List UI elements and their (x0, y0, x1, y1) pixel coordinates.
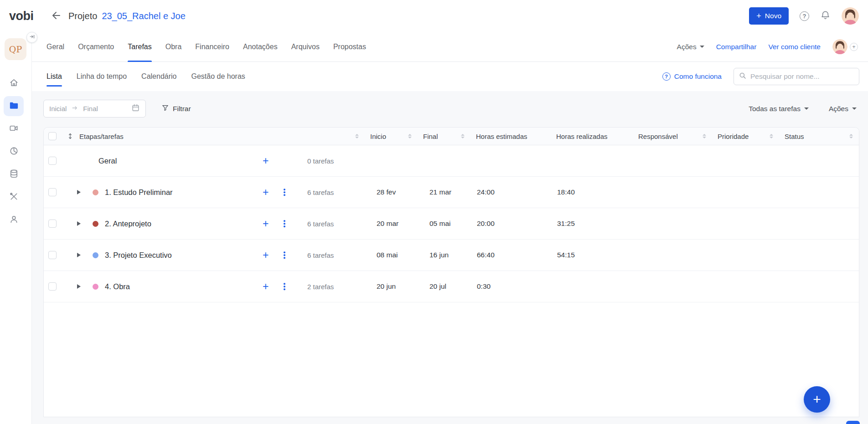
project-logo[interactable]: QP (5, 38, 26, 60)
coins-icon (9, 169, 19, 181)
notifications-button[interactable] (820, 10, 831, 22)
add-task-button[interactable]: + (263, 219, 269, 229)
arrow-right-icon (71, 104, 78, 113)
tab-arquivos[interactable]: Arquivos (291, 32, 320, 61)
how-it-works-link[interactable]: ? Como funciona (662, 72, 722, 81)
search-input[interactable] (750, 72, 854, 81)
header-prioridade: Prioridade (712, 128, 779, 145)
task-count: 6 tarefas (307, 251, 334, 259)
table-row-stage: 4. Obra + 2 tarefas 20 jun 20 jul 0:30 (44, 271, 859, 302)
stage-name[interactable]: 4. Obra (105, 282, 130, 291)
tab-geral[interactable]: Geral (46, 32, 64, 61)
back-button[interactable] (51, 10, 62, 22)
select-checkbox[interactable] (48, 157, 57, 165)
tasks-scope-dropdown[interactable]: Todas as tarefas (749, 105, 809, 113)
chevron-down-icon (804, 107, 809, 110)
sidebar-item-finance[interactable] (4, 164, 24, 184)
expand-arrow-icon (29, 34, 35, 41)
tab-orcamento[interactable]: Orçamento (78, 32, 114, 61)
sidebar-item-reports[interactable] (4, 142, 24, 162)
page-title: Projeto (68, 11, 97, 21)
select-all-checkbox[interactable] (48, 132, 57, 140)
app-root: vobi Projeto 23_05_Rachel e Joe + Novo ? (0, 0, 868, 424)
sort-icon[interactable] (461, 134, 465, 138)
date-range-picker[interactable]: Inicial Final (43, 100, 146, 117)
sort-icon[interactable] (770, 134, 773, 138)
responsavel-value (633, 208, 712, 239)
fab-add-button[interactable]: + (804, 386, 830, 413)
acoes-dropdown[interactable]: Ações (677, 43, 704, 51)
sidebar-item-media[interactable] (4, 119, 24, 139)
expand-row-icon[interactable] (77, 253, 81, 257)
subtab-calendario[interactable]: Calendário (141, 62, 176, 91)
project-name-link[interactable]: 23_05_Rachel e Joe (102, 11, 185, 21)
sidebar-item-tools[interactable] (4, 187, 24, 207)
add-task-button[interactable]: + (263, 250, 269, 261)
responsavel-value (633, 271, 712, 302)
row-menu-icon[interactable] (282, 219, 287, 229)
sidebar-item-contacts[interactable] (4, 210, 24, 230)
tab-obra[interactable]: Obra (165, 32, 182, 61)
sidebar-expand-button[interactable] (26, 32, 37, 43)
row-menu-icon[interactable] (282, 250, 287, 260)
expand-row-icon[interactable] (77, 221, 81, 226)
filter-button[interactable]: Filtrar (161, 104, 191, 113)
help-button[interactable]: ? (800, 11, 809, 21)
subtab-gestao-de-horas[interactable]: Gestão de horas (191, 62, 245, 91)
final-value: 21 mar (418, 177, 470, 208)
tab-financeiro[interactable]: Financeiro (195, 32, 229, 61)
stage-color-dot (93, 189, 98, 195)
prioridade-value (712, 271, 779, 302)
inicio-value: 20 mar (365, 208, 418, 239)
select-checkbox[interactable] (48, 220, 57, 228)
add-task-button[interactable]: + (263, 187, 269, 198)
project-tabs-bar: Geral Orçamento Tarefas Obra Financeiro … (32, 32, 868, 62)
pie-chart-icon (9, 146, 19, 158)
task-count: 6 tarefas (307, 220, 334, 228)
final-value: 16 jun (418, 240, 470, 271)
horas-realizadas-value: 18:40 (551, 177, 633, 208)
tab-anotacoes[interactable]: Anotações (243, 32, 278, 61)
sidebar-item-projects[interactable] (4, 96, 24, 116)
view-as-client-link[interactable]: Ver como cliente (768, 43, 821, 51)
header-horas-estimadas: Horas estimadas (470, 128, 551, 145)
stage-name[interactable]: 2. Anteprojeto (105, 220, 151, 228)
member-avatar[interactable] (832, 39, 847, 54)
move-vertical-icon[interactable] (67, 133, 74, 140)
expand-row-icon[interactable] (77, 284, 81, 289)
task-views-bar: Lista Linha do tempo Calendário Gestão d… (32, 62, 868, 91)
user-avatar[interactable] (842, 7, 859, 25)
select-checkbox[interactable] (48, 251, 57, 259)
expand-row-icon[interactable] (77, 190, 81, 194)
home-icon (9, 77, 19, 90)
tab-propostas[interactable]: Propostas (333, 32, 366, 61)
subtab-linha-do-tempo[interactable]: Linha do tempo (77, 62, 127, 91)
project-tabs: Geral Orçamento Tarefas Obra Financeiro … (46, 32, 366, 61)
tasks-scope-label: Todas as tarefas (749, 105, 801, 113)
add-task-button[interactable]: + (263, 156, 269, 166)
share-link[interactable]: Compartilhar (716, 43, 757, 51)
corner-widget[interactable] (846, 421, 860, 424)
subtab-lista[interactable]: Lista (46, 62, 62, 91)
stage-name[interactable]: 3. Projeto Executivo (105, 251, 172, 260)
select-checkbox[interactable] (48, 188, 57, 196)
sort-icon[interactable] (408, 134, 412, 138)
sort-icon[interactable] (849, 134, 853, 138)
search-icon (739, 72, 747, 82)
row-menu-icon[interactable] (282, 187, 287, 197)
new-button[interactable]: + Novo (749, 7, 789, 25)
search-box (734, 68, 859, 85)
header-etapas-label: Etapas/tarefas (79, 133, 124, 140)
add-member-button[interactable]: + (850, 43, 858, 51)
tab-tarefas[interactable]: Tarefas (128, 32, 151, 61)
table-acoes-dropdown[interactable]: Ações (829, 105, 857, 113)
sidebar-item-home[interactable] (4, 73, 24, 93)
stage-name-cell: 4. Obra + 2 tarefas (44, 271, 365, 302)
select-checkbox[interactable] (48, 282, 57, 291)
row-menu-icon[interactable] (282, 281, 287, 291)
stage-name[interactable]: 1. Estudo Preliminar (105, 188, 173, 197)
sort-icon[interactable] (703, 134, 706, 138)
sort-icon[interactable] (355, 134, 359, 138)
add-task-button[interactable]: + (263, 281, 269, 292)
header-final-label: Final (423, 133, 438, 140)
